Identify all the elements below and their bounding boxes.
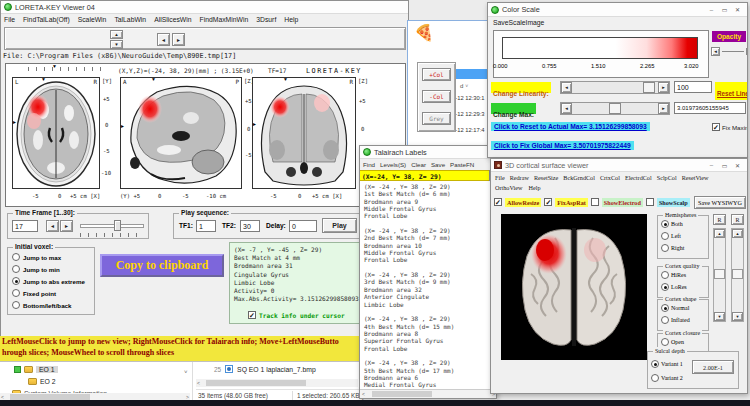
- radio-shape-inflated[interactable]: [661, 316, 669, 324]
- tree-item-eo2[interactable]: EO 2: [28, 378, 56, 385]
- show-scalp-checkbox[interactable]: [646, 198, 654, 206]
- reset-linear-link[interactable]: Reset Linear: [715, 89, 748, 98]
- play-button[interactable]: Play: [322, 218, 357, 233]
- menu-allsliceswin[interactable]: AllSlicesWin: [154, 16, 191, 23]
- color-scale-titlebar[interactable]: Color Scale – ▭ ✕: [488, 3, 747, 17]
- fix-asp-rat-checkbox[interactable]: ✓: [544, 198, 552, 206]
- radio-variant-1[interactable]: [651, 360, 659, 368]
- minimize-icon[interactable]: –: [705, 160, 718, 171]
- copy-to-clipboard-button[interactable]: Copy to clipboard: [100, 254, 224, 277]
- maximize-icon[interactable]: ▭: [718, 4, 731, 15]
- spin-down-button[interactable]: ▼: [110, 40, 123, 49]
- nav-left-button[interactable]: ◄: [157, 33, 170, 46]
- menu-save[interactable]: Save: [431, 161, 445, 168]
- time-frame-prev-button[interactable]: ◄: [46, 220, 59, 232]
- close-icon[interactable]: ✕: [731, 4, 744, 15]
- scroll-left-icon[interactable]: <: [197, 380, 200, 386]
- menu-crtxcol[interactable]: CrtxCol: [600, 174, 620, 181]
- taskbar[interactable]: [0, 400, 750, 406]
- rotate-x-button[interactable]: R: [713, 214, 726, 225]
- column-header-date[interactable]: d: [460, 83, 463, 89]
- time-frame-next-button[interactable]: ►: [60, 220, 73, 232]
- menu-find[interactable]: Find: [363, 161, 375, 168]
- menu-levels[interactable]: Levels(S): [380, 161, 406, 168]
- linearity-thumb[interactable]: [643, 82, 655, 93]
- show-electrod-checkbox[interactable]: [591, 198, 599, 206]
- scroll-up-icon[interactable]: ▲: [714, 229, 725, 238]
- menu-tallabwin[interactable]: TalLabWin: [114, 16, 146, 23]
- linearity-scrollbar[interactable]: ◄ ►: [560, 81, 670, 94]
- talairach-hscrollbar-thumb[interactable]: [372, 391, 432, 397]
- list-hscrollbar[interactable]: <: [196, 379, 358, 387]
- radio-jump-to-min[interactable]: [12, 265, 20, 273]
- coronal-slice-view[interactable]: R ▼ ►: [252, 77, 356, 189]
- save-wysiwyg-button[interactable]: Save WYSIWYG: [694, 196, 746, 209]
- list-hscrollbar-thumb[interactable]: [206, 380, 306, 386]
- radio-shape-normal[interactable]: [661, 304, 669, 312]
- radio-fixed-point[interactable]: [12, 289, 20, 297]
- menu-findmaxminwin[interactable]: FindMaxMinWin: [200, 16, 249, 23]
- time-frame-input[interactable]: 17: [12, 220, 38, 232]
- slice-slider-ticks[interactable]: [28, 67, 106, 71]
- max-right-button[interactable]: ►: [658, 103, 669, 114]
- menu-help[interactable]: Help: [284, 16, 298, 23]
- axial-slice-view[interactable]: L R ▼ ►: [12, 77, 100, 189]
- menu-resetview[interactable]: ResetView: [682, 174, 709, 181]
- radio-hires[interactable]: [661, 271, 669, 279]
- menu-electrdcol[interactable]: ElectrdCol: [625, 174, 652, 181]
- talairach-results-pane[interactable]: (X= -24 , Y= 38 , Z= 29) 1st Best Match …: [360, 181, 497, 389]
- menu-pastefn[interactable]: PasteFN: [450, 161, 474, 168]
- menu-save-scale-image[interactable]: SaveScaleImage: [493, 19, 544, 26]
- file-date-cell[interactable]: 3-12 12:29:3: [452, 111, 485, 117]
- rotate-x-scrollbar[interactable]: ▲ ▼: [713, 228, 726, 322]
- max-scrollbar[interactable]: ◄ ►: [560, 102, 670, 115]
- menu-redraw[interactable]: Redraw: [510, 174, 529, 181]
- sagittal-slice-view[interactable]: A P ▼ ►: [120, 77, 242, 189]
- max-thumb[interactable]: [609, 103, 621, 114]
- nav-right-button[interactable]: ►: [172, 33, 185, 46]
- file-date-cell[interactable]: 3-12 12:30:1: [452, 95, 485, 101]
- max-left-button[interactable]: ◄: [561, 103, 572, 114]
- reset-actual-max-link[interactable]: Click to Reset to Actual Max= 3.15126299…: [491, 122, 650, 131]
- opacity-slider-track[interactable]: [722, 51, 744, 52]
- menu-scalewin[interactable]: ScaleWin: [78, 16, 107, 23]
- scrollbar-thumb[interactable]: [732, 269, 743, 279]
- time-frame-slider-thumb[interactable]: [114, 220, 121, 231]
- menu-bckgrndcol[interactable]: BckGrndCol: [563, 174, 595, 181]
- loreta-titlebar[interactable]: LORETA-KEY Viewer 04: [1, 1, 408, 14]
- tf2-input[interactable]: 30: [240, 220, 260, 232]
- rotate-y-scrollbar[interactable]: ▲ ▼: [731, 228, 744, 322]
- surface-3d-view[interactable]: [501, 214, 647, 360]
- maximize-icon[interactable]: ▭: [718, 160, 731, 171]
- file-list-row[interactable]: 25 SQ EO 1 laplacian_7.bmp: [214, 365, 316, 373]
- max-value-input[interactable]: 3.01973605155945: [674, 102, 746, 114]
- close-icon[interactable]: ✕: [731, 160, 744, 171]
- radio-hemi-both[interactable]: [661, 220, 669, 228]
- time-frame-slider[interactable]: [80, 224, 144, 228]
- talairach-titlebar[interactable]: Talairach Labels: [360, 146, 496, 159]
- track-info-checkbox[interactable]: ✓: [248, 311, 256, 319]
- fix-global-max-link[interactable]: Click to Fix Global Max= 3.5070197582244…: [491, 141, 634, 150]
- grey-button[interactable]: Grey: [422, 112, 451, 125]
- file-date-cell[interactable]: 3-12 12:17:4: [452, 127, 485, 133]
- talairach-hscrollbar[interactable]: < >: [360, 389, 497, 398]
- scroll-down-icon[interactable]: ▼: [732, 312, 743, 321]
- radio-closure-open[interactable]: [661, 338, 669, 346]
- radio-jump-to-abs-extreme[interactable]: [12, 277, 20, 285]
- tree-scroll-chevron[interactable]: ˅: [184, 369, 188, 375]
- menu-sclpcol[interactable]: SclpCol: [657, 174, 677, 181]
- sulcal-depth-value-button[interactable]: 2.00E-1: [692, 360, 734, 374]
- opacity-slider-left[interactable]: ◄: [711, 47, 720, 56]
- scrollbar-thumb[interactable]: [714, 269, 725, 279]
- opacity-slider[interactable]: ◄: [711, 47, 747, 57]
- tf1-input[interactable]: 1: [196, 220, 216, 232]
- radio-bottom-left-back[interactable]: [12, 301, 20, 309]
- minus-col-button[interactable]: -Col: [422, 90, 451, 103]
- menu-orthoview[interactable]: OrthoView: [495, 184, 522, 191]
- linearity-right-button[interactable]: ►: [658, 82, 669, 93]
- menu-clear[interactable]: Clear: [411, 161, 426, 168]
- surface-viewer-titlebar[interactable]: 3D cortical surface viewer – ▭ ✕: [491, 159, 747, 172]
- minimize-icon[interactable]: –: [705, 4, 718, 15]
- spin-up-button[interactable]: ▲: [110, 30, 123, 39]
- fix-maximum-checkbox[interactable]: ✓: [712, 123, 720, 131]
